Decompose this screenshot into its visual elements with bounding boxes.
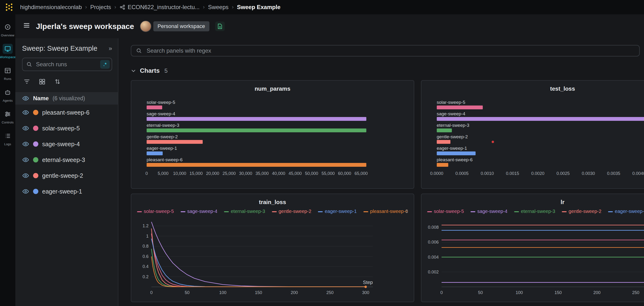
- breadcrumb-sweeps[interactable]: Sweeps: [208, 4, 228, 10]
- filter-icon[interactable]: [22, 77, 32, 86]
- search-runs-box: .*: [22, 58, 112, 71]
- charts-section-header[interactable]: Charts 5: [131, 67, 640, 74]
- bar[interactable]: [437, 152, 476, 155]
- axis-tick-label: 35,000: [256, 171, 269, 176]
- bar[interactable]: [437, 163, 448, 167]
- legend-item[interactable]: sage-sweep-4: [470, 208, 508, 214]
- runs-table-header[interactable]: Name (6 visualized): [15, 92, 118, 105]
- bar-label: solar-sweep-5: [437, 100, 644, 105]
- bar-label: eternal-sweep-3: [146, 123, 367, 128]
- svg-text:150: 150: [255, 290, 262, 295]
- run-row[interactable]: eternal-sweep-3: [15, 152, 118, 168]
- bar[interactable]: [146, 140, 203, 144]
- bar[interactable]: [437, 129, 452, 132]
- rail-label-workspace: Workspace: [0, 55, 16, 59]
- columns-icon[interactable]: [38, 77, 47, 86]
- run-color-dot: [33, 189, 38, 194]
- svg-text:50: 50: [185, 290, 190, 295]
- legend-item[interactable]: eager-sweep-1: [318, 208, 356, 214]
- axis-tick-label: 45,000: [288, 171, 302, 176]
- breadcrumb-projects[interactable]: Projects: [90, 4, 111, 10]
- run-row[interactable]: solar-sweep-5: [15, 120, 118, 136]
- bar[interactable]: [146, 152, 163, 155]
- rail-item-agents[interactable]: Agents: [0, 87, 15, 102]
- panel-search-input[interactable]: [146, 47, 634, 55]
- bar[interactable]: [146, 106, 162, 109]
- search-icon: [26, 61, 32, 67]
- rail-item-runs[interactable]: Runs: [0, 66, 15, 81]
- eye-icon[interactable]: [22, 172, 29, 179]
- panel-title: lr: [427, 199, 644, 205]
- svg-text:0.8: 0.8: [142, 244, 148, 249]
- breadcrumb-projects-label: Projects: [90, 4, 111, 10]
- rail-label-runs: Runs: [4, 77, 11, 81]
- report-icon[interactable]: [215, 21, 225, 31]
- legend-item[interactable]: sage-sweep-4: [181, 208, 218, 214]
- sort-icon[interactable]: [53, 77, 62, 86]
- panel-search-box: [131, 45, 640, 56]
- collapse-sidebar-icon[interactable]: »: [109, 45, 112, 52]
- bar[interactable]: [146, 129, 366, 132]
- bar-label: gentle-sweep-2: [437, 134, 644, 140]
- breadcrumb-entity[interactable]: highdimensionaleconlab: [20, 4, 82, 10]
- bar[interactable]: [437, 117, 644, 121]
- eye-icon[interactable]: [22, 141, 29, 148]
- sweep-sidebar: Sweep: Sweep Example » .* Name (6 visual: [15, 38, 118, 306]
- line-chart-canvas[interactable]: 0.20.40.60.811.2050100150200250300Step: [137, 215, 378, 299]
- breadcrumb-project[interactable]: ECON622_instructor-lectu...: [120, 4, 200, 10]
- run-row[interactable]: eager-sweep-1: [15, 183, 118, 199]
- svg-text:200: 200: [290, 290, 298, 295]
- avatar[interactable]: [140, 20, 152, 32]
- panel-test-loss[interactable]: test_loss solar-sweep-5sage-sweep-4etern…: [421, 80, 644, 189]
- wandb-logo[interactable]: [5, 3, 14, 11]
- legend-item[interactable]: gentle-sweep-2: [272, 208, 312, 214]
- legend-item[interactable]: eager-sweep-1: [608, 208, 644, 214]
- charts-section-label: Charts: [140, 67, 160, 74]
- bar-label: eternal-sweep-3: [437, 123, 644, 128]
- run-row[interactable]: gentle-sweep-2: [15, 168, 118, 183]
- legend-item[interactable]: solar-sweep-5: [137, 208, 174, 214]
- visualized-count: (6 visualized): [52, 95, 85, 102]
- run-color-dot: [33, 110, 38, 115]
- panel-num-params[interactable]: num_params solar-sweep-5sage-sweep-4eter…: [131, 80, 414, 189]
- legend-item[interactable]: eternal-sweep-3: [224, 208, 265, 214]
- panel-lr[interactable]: lr solar-sweep-5sage-sweep-4eternal-swee…: [421, 193, 644, 302]
- eye-icon[interactable]: [22, 188, 29, 195]
- menu-icon[interactable]: [23, 22, 30, 31]
- eye-icon[interactable]: [22, 125, 29, 132]
- axis-tick-label: 65,000: [354, 171, 368, 176]
- run-row[interactable]: pleasant-sweep-6: [15, 105, 118, 120]
- eye-all-icon[interactable]: [22, 95, 29, 102]
- rail-item-overview[interactable]: Overview: [0, 22, 15, 37]
- breadcrumb-separator: ›: [114, 4, 116, 10]
- rail-item-workspace[interactable]: Workspace: [0, 44, 15, 59]
- marker-dot: [492, 141, 494, 143]
- axis-tick-label: 30,000: [239, 171, 252, 176]
- rail-item-logs[interactable]: Logs: [0, 131, 15, 146]
- legend-item[interactable]: pleasant-sweep-6: [364, 208, 408, 214]
- search-runs-input[interactable]: [35, 61, 97, 68]
- regex-toggle-button[interactable]: .*: [100, 60, 110, 69]
- legend-item[interactable]: eternal-sweep-3: [514, 208, 555, 214]
- eye-icon[interactable]: [22, 109, 29, 116]
- svg-text:100: 100: [219, 290, 226, 295]
- legend-item[interactable]: solar-sweep-5: [427, 208, 464, 214]
- line-chart-canvas[interactable]: 0.0020.0040.0060.008050100150200250Step: [427, 215, 644, 299]
- bar[interactable]: [146, 117, 366, 121]
- rail-item-controls[interactable]: Controls: [0, 109, 15, 124]
- legend-item[interactable]: gentle-sweep-2: [562, 208, 601, 214]
- overview-icon: [3, 22, 13, 32]
- panel-options-icon[interactable]: [404, 207, 410, 216]
- eye-icon[interactable]: [22, 156, 29, 163]
- svg-text:0.004: 0.004: [428, 255, 439, 260]
- workspace-badge[interactable]: Personal workspace: [153, 21, 210, 31]
- bar[interactable]: [437, 106, 483, 109]
- run-row[interactable]: sage-sweep-4: [15, 136, 118, 152]
- bar[interactable]: [146, 163, 366, 167]
- chevron-down-icon[interactable]: [131, 68, 136, 73]
- bar[interactable]: [437, 140, 450, 144]
- svg-text:250: 250: [632, 290, 639, 295]
- panel-train-loss[interactable]: train_loss solar-sweep-5sage-sweep-4eter…: [131, 193, 414, 302]
- plot-area: solar-sweep-5sage-sweep-4eternal-sweep-3…: [137, 100, 408, 177]
- breadcrumb-current[interactable]: Sweep Example: [237, 4, 280, 10]
